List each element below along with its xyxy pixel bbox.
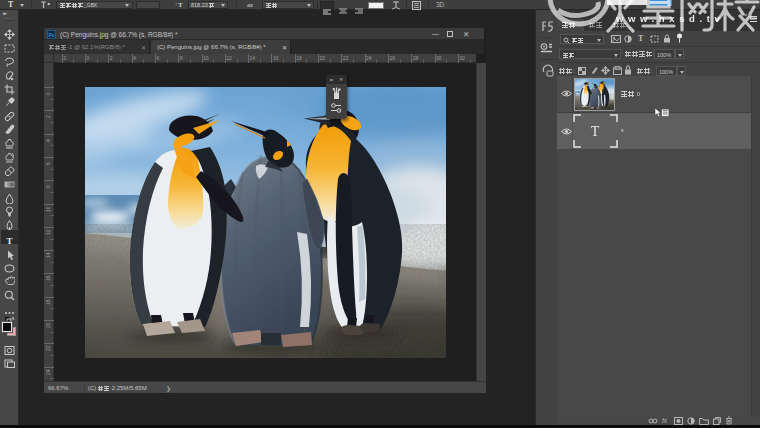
svg-text:T: T [591,124,600,139]
